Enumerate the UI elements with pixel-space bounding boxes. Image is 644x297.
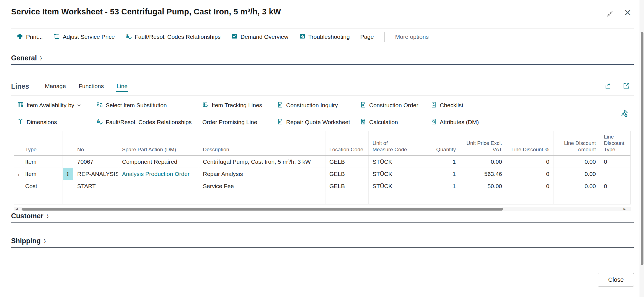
cell-description[interactable] — [199, 192, 325, 204]
cell-line-discount-pct[interactable]: 0 — [506, 168, 554, 180]
cell-spare-part-action[interactable] — [118, 180, 199, 192]
column-header-type[interactable]: Type — [21, 131, 63, 155]
cell-unit-price[interactable] — [460, 192, 506, 204]
close-button[interactable]: Close — [598, 273, 634, 286]
column-header-no[interactable]: No. — [73, 131, 118, 155]
demand-overview-button[interactable]: Demand Overview — [231, 33, 288, 41]
page-menu-button[interactable]: Page — [360, 34, 374, 40]
column-header-spare-part-action[interactable]: Spare Part Action (DM) — [118, 131, 199, 155]
column-header-description[interactable]: Description — [199, 131, 325, 155]
cell-type[interactable]: Item — [21, 168, 63, 180]
row-menu-cell[interactable] — [63, 180, 73, 192]
dimensions-button[interactable]: Dimensions — [17, 118, 57, 127]
fault-resolution-codes-button[interactable]: & Fault/Resol. Codes Relationships — [125, 33, 221, 41]
cell-location-code[interactable]: GELB — [325, 180, 369, 192]
cell-line-discount-amount[interactable]: 0.00 — [554, 168, 600, 180]
cell-unit-price[interactable]: 0.00 — [460, 156, 506, 168]
cell-location-code[interactable] — [325, 192, 369, 204]
repair-quote-worksheet-button[interactable]: Repair Quote Worksheet — [277, 118, 350, 127]
troubleshooting-button[interactable]: Troubleshooting — [299, 33, 350, 41]
unpin-icon[interactable] — [620, 109, 628, 118]
cell-line-discount-type[interactable] — [600, 192, 630, 204]
cell-quantity[interactable]: 1 — [413, 168, 460, 180]
cell-unit-price[interactable]: 563.46 — [460, 168, 506, 180]
cell-spare-part-action-link[interactable]: Analysis Production Order — [118, 168, 199, 180]
cell-spare-part-action[interactable] — [118, 192, 199, 204]
row-menu-cell[interactable] — [63, 192, 73, 204]
cell-line-discount-amount[interactable]: 0.00 — [554, 180, 600, 192]
cell-line-discount-pct[interactable]: 0 — [506, 156, 554, 168]
cell-unit-price[interactable]: 50.00 — [460, 180, 506, 192]
cell-line-discount-amount[interactable]: 0.00 — [554, 156, 600, 168]
cell-type[interactable]: Cost — [21, 180, 63, 192]
open-in-new-window-icon[interactable] — [623, 82, 630, 90]
horizontal-scrollbar[interactable]: ◀ ▶ — [14, 207, 631, 211]
checklist-icon — [430, 101, 437, 109]
cell-no[interactable] — [73, 192, 118, 204]
cell-location-code[interactable]: GELB — [325, 156, 369, 168]
column-header-location-code[interactable]: Location Code — [325, 131, 369, 155]
column-header-unit-of-measure-code[interactable]: Unit of Measure Code — [369, 131, 413, 155]
cell-unit-of-measure[interactable]: STÜCK — [369, 168, 413, 180]
share-icon[interactable] — [605, 82, 612, 90]
cell-no[interactable]: START — [73, 180, 118, 192]
row-selector-cell[interactable] — [14, 192, 21, 204]
cell-description[interactable]: Centrifugal Pump, Cast Iron, 5 m³/h, 3 k… — [199, 156, 325, 168]
cell-quantity[interactable]: 1 — [413, 156, 460, 168]
row-menu-cell[interactable] — [63, 156, 73, 168]
cell-line-discount-type[interactable]: 0 — [600, 156, 630, 168]
cell-spare-part-action[interactable]: Component Repaired — [118, 156, 199, 168]
cell-location-code[interactable]: GELB — [325, 168, 369, 180]
cell-description[interactable]: Repair Analysis — [199, 168, 325, 180]
cell-unit-of-measure[interactable]: STÜCK — [369, 180, 413, 192]
adjust-service-price-button[interactable]: Adjust Service Price — [53, 33, 115, 41]
cell-description[interactable]: Service Fee — [199, 180, 325, 192]
column-header-quantity[interactable]: Quantity — [413, 131, 460, 155]
column-header-unit-price[interactable]: Unit Price Excl. VAT — [460, 131, 506, 155]
row-selector-cell[interactable] — [14, 156, 21, 168]
column-header-line-discount-amount[interactable]: Line Discount Amount — [554, 131, 600, 155]
cell-no[interactable]: REP-ANALYSIS — [73, 168, 118, 180]
order-promising-line-button[interactable]: Order Promising Line — [202, 118, 257, 127]
section-customer[interactable]: Customer › — [11, 211, 49, 221]
checklist-button[interactable]: Checklist — [430, 101, 463, 110]
item-tracking-lines-button[interactable]: Item Tracking Lines — [202, 101, 262, 110]
construction-order-button[interactable]: Construction Order — [360, 101, 418, 110]
cell-type[interactable] — [21, 192, 63, 204]
attributes-dm-button[interactable]: Attributes (DM) — [430, 118, 479, 127]
cell-line-discount-type[interactable]: 0 — [600, 180, 630, 192]
scroll-left-icon[interactable]: ◀ — [14, 207, 19, 211]
select-item-substitution-button[interactable]: Select Item Substitution — [96, 101, 167, 110]
column-header-line-discount-pct[interactable]: Line Discount % — [506, 131, 554, 155]
collapse-window-icon[interactable] — [606, 10, 614, 18]
cell-no[interactable]: 70067 — [73, 156, 118, 168]
section-general[interactable]: General › — [11, 53, 42, 63]
cell-unit-of-measure[interactable]: STÜCK — [369, 156, 413, 168]
fault-resolution-codes-line-button[interactable]: & Fault/Resol. Codes Relationships — [96, 118, 192, 127]
row-selector-cell[interactable] — [14, 180, 21, 192]
tab-functions[interactable]: Functions — [78, 81, 104, 92]
vertical-scrollbar[interactable] — [640, 0, 644, 297]
close-icon[interactable]: ✕ — [622, 7, 634, 19]
scroll-right-icon[interactable]: ▶ — [622, 207, 627, 211]
cell-quantity[interactable]: 1 — [413, 180, 460, 192]
tab-manage[interactable]: Manage — [44, 81, 66, 92]
calculation-button[interactable]: Calculation — [360, 118, 398, 127]
construction-inquiry-button[interactable]: Construction Inquiry — [277, 101, 338, 110]
cell-type[interactable]: Item — [21, 156, 63, 168]
column-header-line-discount-type[interactable]: Line Discount Type — [600, 131, 630, 155]
section-shipping[interactable]: Shipping › — [11, 236, 46, 245]
cell-line-discount-pct[interactable]: 0 — [506, 180, 554, 192]
cell-quantity[interactable] — [413, 192, 460, 204]
tab-line[interactable]: Line — [116, 81, 128, 92]
print-button[interactable]: Print... — [17, 33, 43, 41]
cell-line-discount-pct[interactable] — [506, 192, 554, 204]
row-menu-button[interactable]: ⋮ — [63, 168, 73, 180]
item-availability-by-button[interactable]: Item Availability by — [17, 101, 81, 110]
cell-unit-of-measure[interactable] — [369, 192, 413, 204]
cell-line-discount-amount[interactable] — [554, 192, 600, 204]
horizontal-scrollbar-thumb[interactable] — [22, 208, 503, 211]
vertical-scrollbar-thumb[interactable] — [641, 32, 643, 265]
more-options-button[interactable]: More options — [395, 34, 429, 40]
cell-line-discount-type[interactable] — [600, 168, 630, 180]
